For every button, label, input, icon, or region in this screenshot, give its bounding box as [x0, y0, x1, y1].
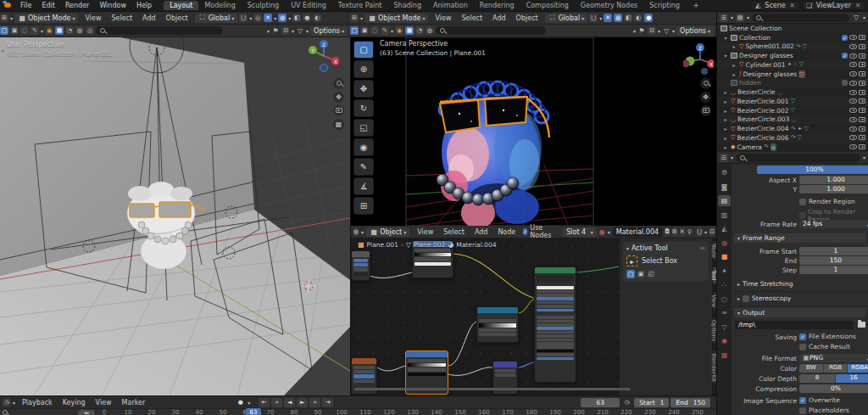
prev-keyframe-button[interactable]: « — [271, 398, 282, 407]
viewlayer-close-icon[interactable]: ✕ — [854, 2, 862, 9]
camera-falloff-icon[interactable]: ◔ — [415, 26, 424, 35]
topbar-menu[interactable]: Window — [94, 2, 131, 9]
node-menu[interactable]: Add — [470, 228, 493, 236]
frame-rate-dropdown[interactable]: 24 fps▾ — [799, 220, 868, 228]
workspace-tab[interactable]: Geometry Nodes — [575, 1, 643, 10]
outliner-row-designer-glasses-coll[interactable]: ▾ Designer glasses — [717, 51, 868, 60]
slot-dropdown[interactable]: Slot 4▾ — [563, 227, 597, 237]
snap-magnet-icon[interactable]: ⋃ — [239, 14, 248, 22]
hide-eye-icon[interactable] — [849, 44, 857, 49]
workspace-tab[interactable]: Sculpting — [242, 1, 285, 10]
xray-toggle-icon[interactable]: ◧ — [292, 14, 301, 22]
use-nodes-checkbox[interactable] — [523, 228, 527, 235]
shader-type-dropdown[interactable]: ■Object▾ — [366, 227, 409, 237]
expand-icon[interactable]: ▸ — [731, 43, 737, 49]
workspace-tab[interactable]: Animation — [427, 1, 474, 10]
expand-icon[interactable]: ▸ — [722, 126, 729, 132]
camera-mode-dropdown[interactable]: ■Object Mode▾ — [364, 14, 428, 23]
workspace-tab[interactable]: Compositing — [520, 1, 575, 10]
workspace-tab[interactable]: Shading — [387, 1, 427, 10]
stopwatch-icon[interactable]: ◷ — [621, 398, 632, 407]
folder-browse-icon[interactable] — [858, 322, 865, 328]
camera-options-dropdown[interactable]: Options▾ — [676, 26, 714, 36]
frame-end-pill[interactable]: End150 — [670, 398, 710, 407]
options-dropdown[interactable]: Options▾ — [310, 26, 348, 36]
properties-search-input[interactable] — [736, 154, 860, 162]
proportional-falloff-icon[interactable]: ◔ — [65, 26, 74, 35]
render-visibility-icon[interactable] — [859, 126, 865, 132]
render-region-row[interactable]: Render Region — [799, 198, 855, 205]
camera-select-lasso-icon[interactable]: ✎ — [381, 26, 389, 35]
render-region-checkbox[interactable] — [799, 199, 806, 205]
hide-eye-icon[interactable] — [849, 108, 857, 113]
select-mode-circle-icon[interactable]: ◌ — [20, 26, 29, 35]
frame-start-pill[interactable]: Start1 — [634, 398, 669, 407]
topbar-menu[interactable]: Edit — [36, 2, 60, 9]
outliner-row-sphere[interactable]: ▸ ▽ Sphere001.002 ↷ ▽ — [717, 42, 868, 52]
aspect-y-field[interactable]: 1.000 — [799, 185, 868, 193]
hide-eye-icon[interactable] — [849, 71, 857, 76]
outliner-row-scene-collection[interactable]: Scene Collection — [717, 24, 868, 33]
hide-eye-icon[interactable] — [849, 35, 857, 40]
shading-solid-icon[interactable]: ● — [303, 14, 311, 22]
stereoscopy-checkbox[interactable] — [743, 295, 749, 302]
placeholders-checkbox[interactable] — [799, 407, 806, 414]
node-menu[interactable]: View — [412, 228, 438, 236]
viewport-search-input[interactable] — [96, 26, 223, 35]
workspace-tab[interactable]: Texture Paint — [332, 1, 388, 10]
pin-icon[interactable]: ⚲ — [687, 228, 693, 236]
outliner-row-beziercircle[interactable]: ▸ ◡ BezierCircle ◡ — [717, 87, 868, 97]
node-menu[interactable]: Node — [492, 228, 520, 236]
workspace-tab[interactable]: Rendering — [474, 1, 520, 10]
color-bw-button[interactable]: BW — [799, 364, 824, 373]
pan-hand-icon[interactable]: ✥ — [333, 92, 344, 103]
jump-to-start-button[interactable]: ⇤ — [259, 398, 270, 407]
camera-rendered-icon[interactable]: ● — [644, 14, 653, 22]
workspace-tab[interactable]: Layout — [164, 1, 198, 10]
camera-globe-icon[interactable]: ◍ — [426, 26, 434, 35]
tab-object-data[interactable]: ▽ — [718, 322, 731, 333]
viewport-menu[interactable]: Select — [106, 14, 137, 22]
tab-scene[interactable]: ◭ — [718, 223, 731, 234]
globe-icon[interactable]: ◍ — [75, 26, 84, 35]
outliner-search-input[interactable] — [752, 14, 849, 22]
play-reverse-button[interactable]: ◄ — [284, 398, 295, 407]
current-frame-field[interactable]: 63 — [581, 398, 620, 407]
hide-eye-icon[interactable] — [849, 62, 857, 67]
overwrite-row[interactable]: Overwrite — [799, 396, 840, 404]
expand-icon[interactable]: ▸ — [731, 62, 737, 68]
panel-menu-icon[interactable]: ≡ — [699, 244, 705, 252]
snap-toggle-icon[interactable]: ▦ — [55, 26, 64, 35]
proportional-edit-icon[interactable]: ◎ — [253, 14, 262, 22]
tab-world[interactable]: ◍ — [718, 238, 731, 249]
collection-exclude-checkbox[interactable] — [842, 53, 848, 59]
file-extensions-row[interactable]: File Extensions — [799, 333, 856, 340]
select-mode-box-icon[interactable]: ▣ — [10, 26, 19, 35]
topbar-menu[interactable]: Help — [131, 2, 157, 9]
playhead-current-frame[interactable]: 63 — [246, 408, 261, 415]
placeholders-row[interactable]: Placeholders — [799, 407, 849, 414]
toolbar-expand-arrow-icon[interactable]: ▸ — [2, 48, 5, 54]
annotation-flag-icon[interactable]: ⚑ — [271, 27, 280, 35]
render-visibility-icon[interactable] — [859, 81, 865, 86]
tool-rotate[interactable]: ↻ — [353, 99, 374, 117]
camera-view-icon[interactable] — [333, 105, 344, 116]
outliner-row-beziercircle-003[interactable]: ▸ ◡ BezierCircle.003 ◡ — [717, 115, 868, 125]
zoom-tool-icon[interactable] — [333, 78, 344, 89]
tab-view-layer[interactable]: ▥ — [718, 210, 731, 221]
overlay-stack-icon[interactable]: ⊟ — [281, 26, 290, 35]
viewport-menu[interactable]: Object — [161, 14, 193, 22]
node-canvas[interactable]: ■ Plane.001 › ▽ Plane.002 ◕ Material.004… — [351, 238, 717, 395]
editor-type-viewport-icon[interactable]: ⊞ — [0, 14, 8, 22]
expand-icon[interactable]: ▸ — [731, 71, 737, 77]
camera-collapse-icon[interactable]: ▾ — [633, 28, 636, 34]
tab-output[interactable]: ▤ — [718, 195, 731, 206]
tab-particles[interactable]: ∴ — [718, 279, 731, 290]
unlink-icon[interactable]: ✕ — [788, 2, 797, 9]
camera-render-canvas[interactable]: ▢ ⊕ ✥ ↻ ◱ ◉ ✎ ∡ ⊞ Camera Perspective (63… — [350, 37, 716, 226]
camera-menu[interactable]: Add — [487, 14, 511, 22]
expand-icon[interactable]: ▸ — [722, 116, 729, 122]
tab-tool[interactable]: ⚙ — [718, 167, 731, 178]
outliner-row-beziercircle-006[interactable]: ▸ ▽ BezierCircle.006 ↷ ▽ — [717, 133, 868, 143]
tab-material[interactable]: ◉ — [718, 335, 731, 346]
